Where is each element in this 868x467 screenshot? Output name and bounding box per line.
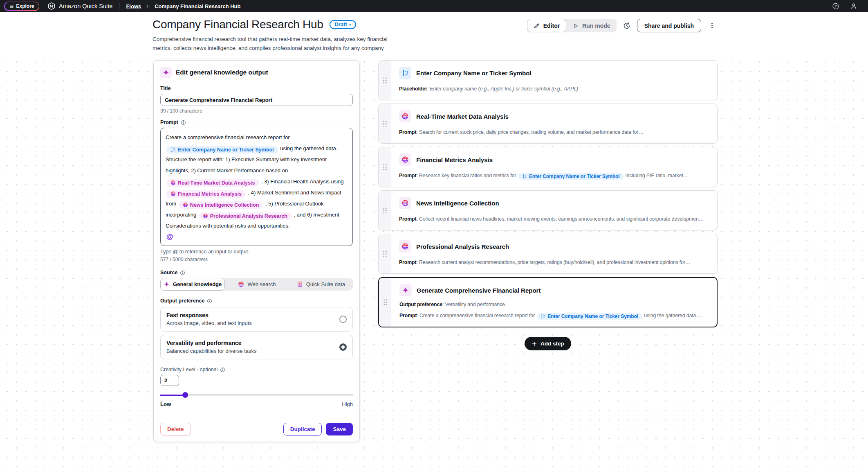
panel-heading: Edit general knowledge output — [176, 69, 268, 76]
reference-chip-analysis[interactable]: Professional Analysis Research — [199, 212, 292, 220]
title-input[interactable] — [160, 94, 353, 106]
globe-icon — [170, 191, 176, 196]
step-card-generate-report-selected[interactable]: Generate Comprehensive Financial Report … — [378, 277, 718, 327]
prompt-char-count: 577 / 5000 characters — [160, 257, 353, 262]
breadcrumb-flows-link[interactable]: Flows — [126, 3, 141, 9]
radio-versatility-selected[interactable] — [339, 343, 347, 351]
add-step-button[interactable]: Add step — [525, 337, 571, 350]
drag-handle[interactable] — [379, 234, 391, 273]
meta-value: Search for current stock price, daily pr… — [419, 129, 643, 135]
globe-icon — [170, 180, 176, 185]
info-icon — [220, 367, 225, 372]
step-title: Enter Company Name or Ticker Symbol — [416, 70, 531, 77]
reference-chip-company-input[interactable]: Enter Company Name or Ticker Symbol — [166, 146, 278, 153]
page-subtitle: Comprehensive financial research tool th… — [153, 35, 408, 52]
share-publish-button[interactable]: Share and publish — [637, 19, 701, 32]
reference-chip-metrics[interactable]: Financial Metrics Analysis — [166, 190, 246, 198]
add-step-label: Add step — [541, 341, 564, 347]
option-subtitle: Across image, video, and text inputs — [166, 320, 252, 326]
more-actions-button[interactable] — [707, 21, 718, 30]
breadcrumb-current: Company Financial Research Hub — [155, 3, 240, 9]
grip-dots-icon — [382, 163, 388, 171]
version-history-button[interactable] — [622, 20, 632, 32]
step-card-news-intelligence[interactable]: News Intelligence Collection PromptColle… — [378, 190, 718, 230]
quick-suite-logo-icon — [47, 2, 56, 10]
at-mention-button[interactable]: @ — [166, 233, 174, 241]
meta-label: Output preference — [399, 302, 445, 307]
info-icon — [180, 270, 185, 275]
tab-general-knowledge[interactable]: General knowledge — [160, 278, 225, 291]
help-button[interactable]: ? — [831, 2, 840, 11]
input-field-icon — [399, 67, 411, 79]
reference-chip-market-data[interactable]: Real-Time Market Data Analysis — [166, 179, 259, 187]
meta-label: Prompt — [399, 313, 419, 318]
option-versatility-performance[interactable]: Versatility and performance Balanced cap… — [160, 335, 353, 359]
pencil-icon — [534, 23, 540, 29]
drag-handle[interactable] — [379, 191, 391, 230]
drag-handle[interactable] — [379, 104, 391, 143]
drag-handle[interactable] — [379, 61, 391, 100]
step-card-financial-metrics[interactable]: Financial Metrics Analysis PromptResearc… — [378, 147, 718, 187]
step-list: Enter Company Name or Ticker Symbol Plac… — [378, 60, 718, 350]
drag-handle[interactable] — [379, 278, 391, 327]
option-title: Fast responses — [166, 312, 252, 318]
user-button[interactable] — [849, 2, 858, 11]
info-icon — [181, 120, 186, 125]
brand-label: Amazon Quick Suite — [59, 3, 112, 9]
run-mode-button[interactable]: Run mode — [566, 19, 616, 32]
topbar-divider — [119, 3, 119, 9]
input-field-icon — [170, 147, 176, 152]
step-card-market-data[interactable]: Real-Time Market Data Analysis PromptSea… — [378, 104, 718, 144]
step-card-company-input[interactable]: Enter Company Name or Ticker Symbol Plac… — [378, 60, 718, 100]
step-title: Real-Time Market Data Analysis — [416, 113, 509, 120]
creativity-slider[interactable] — [160, 392, 353, 398]
explore-button[interactable]: Explore — [4, 2, 39, 11]
duplicate-button[interactable]: Duplicate — [283, 423, 322, 435]
status-badge: Draft — [334, 21, 347, 27]
data-document-icon — [297, 281, 303, 287]
topbar: Explore Amazon Quick Suite Flows Company… — [0, 0, 868, 12]
grip-dots-icon — [383, 298, 388, 306]
flow-canvas: Edit general knowledge output Title 39 /… — [0, 53, 868, 467]
breadcrumb-chevron-icon — [145, 4, 150, 9]
meta-label: Prompt — [399, 129, 419, 135]
delete-button[interactable]: Delete — [160, 423, 191, 435]
tab-quick-suite-data[interactable]: Quick Suite data — [289, 278, 353, 291]
creativity-input[interactable] — [160, 375, 179, 386]
user-icon — [850, 2, 857, 10]
step-title: News Intelligence Collection — [416, 200, 499, 207]
grip-dots-icon — [382, 207, 388, 214]
creativity-label: Creativity Level - optional — [160, 367, 218, 372]
info-icon — [207, 298, 212, 304]
page-header: Company Financial Research Hub Draft ▾ C… — [0, 12, 868, 53]
reference-chip-news[interactable]: News Intelligence Collection — [179, 201, 263, 209]
svg-text:?: ? — [834, 4, 837, 8]
slider-track[interactable] — [160, 395, 353, 395]
brand[interactable]: Amazon Quick Suite — [47, 2, 112, 10]
step-title: Professional Analysis Research — [416, 243, 509, 250]
status-draft-dropdown[interactable]: Draft ▾ — [330, 20, 356, 29]
meta-value: Versatility and performance — [445, 302, 505, 307]
editor-mode-button[interactable]: Editor — [527, 19, 566, 32]
source-label: Source — [160, 270, 177, 275]
page-header-left: Company Financial Research Hub Draft ▾ C… — [153, 18, 408, 52]
meta-value: Create a comprehensive financial researc… — [419, 313, 535, 318]
save-button[interactable]: Save — [326, 423, 353, 435]
tab-web-search[interactable]: Web search — [225, 278, 289, 291]
globe-icon — [203, 213, 208, 219]
mode-toggle: Editor Run mode — [527, 19, 617, 32]
slider-thumb[interactable] — [182, 392, 188, 398]
meta-value: Research key financial ratios and metric… — [419, 173, 516, 178]
option-fast-responses[interactable]: Fast responses Across image, video, and … — [160, 307, 353, 332]
meta-label: Prompt — [399, 259, 419, 265]
step-card-professional-analysis[interactable]: Professional Analysis Research PromptRes… — [378, 234, 718, 274]
meta-value: using the gathered data.… — [644, 313, 702, 318]
prompt-editor[interactable]: Create a comprehensive financial researc… — [160, 128, 353, 246]
meta-label: Prompt — [399, 173, 419, 178]
drag-handle[interactable] — [379, 147, 391, 187]
page-title: Company Financial Research Hub — [153, 18, 323, 31]
globe-icon — [238, 281, 244, 287]
edit-step-panel: Edit general knowledge output Title 39 /… — [153, 60, 360, 442]
radio-fast-responses[interactable] — [339, 316, 347, 323]
run-mode-label: Run mode — [582, 23, 610, 29]
